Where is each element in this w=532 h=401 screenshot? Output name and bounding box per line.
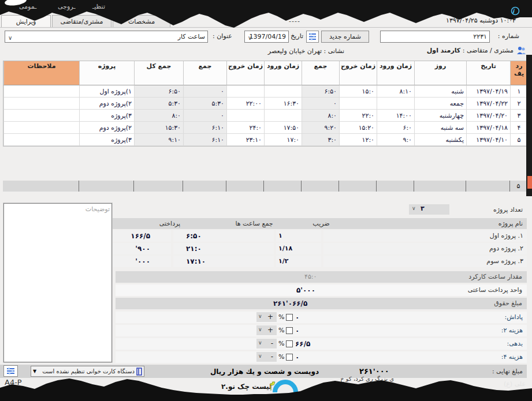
- cell-r3-c0[interactable]: ۳: [510, 110, 527, 122]
- cell-r4-c7[interactable]: ۲۴:۰: [226, 122, 264, 134]
- hourly-rate-value[interactable]: ۵'۰۰۰: [296, 284, 315, 296]
- cell-r1-c6[interactable]: [264, 85, 302, 98]
- summary-cell-11: [3, 181, 79, 192]
- tab-customer[interactable]: مشتری/متقاضی: [52, 15, 111, 27]
- chevron-down-icon[interactable]: ∨: [8, 32, 12, 43]
- cell-r5-c10[interactable]: ۳)پروژه: [79, 134, 134, 146]
- card-reader-dropdown[interactable]: ▼ دستگاه کارت خوانی تنظیم نشده است: [31, 366, 144, 377]
- adjust-value-2[interactable]: ۰: [295, 325, 299, 336]
- cell-r4-c11[interactable]: [3, 122, 79, 134]
- cell-r4-c9[interactable]: ۱۵:۳۰: [134, 122, 183, 134]
- print-settings-button[interactable]: [3, 365, 18, 377]
- cell-r1-c3[interactable]: ۸:۱۰: [377, 85, 414, 98]
- cell-r3-c7[interactable]: [226, 110, 264, 122]
- cell-r1-c11[interactable]: [3, 85, 79, 98]
- cell-r2-c1[interactable]: ۱۳۹۷/۰۴/۲۲: [466, 98, 510, 110]
- adjust-value-1[interactable]: ۰: [295, 312, 299, 323]
- cell-r1-c5[interactable]: ۶:۵۰: [302, 85, 339, 98]
- cell-r2-c9[interactable]: ۵:۳۰: [134, 98, 183, 110]
- worked-hours-value: ۴۵:۰: [304, 271, 317, 283]
- cell-r4-c3[interactable]: ۶:۰: [377, 122, 414, 134]
- percent-checkbox-2[interactable]: [286, 327, 293, 334]
- cell-r2-c6[interactable]: ۱۶:۳۰: [264, 98, 302, 110]
- cell-r3-c9[interactable]: ۸:۰: [134, 110, 183, 122]
- cell-r1-c8[interactable]: ۰: [183, 85, 226, 98]
- adjust-combo-4[interactable]: ∨-: [256, 352, 277, 362]
- adjust-combo-1[interactable]: ∨+: [256, 312, 277, 322]
- cell-r2-c10[interactable]: ۲)پروژه دوم: [79, 98, 134, 110]
- cell-r1-c9[interactable]: ۶:۵۰: [134, 85, 183, 98]
- cell-r3-c6[interactable]: [264, 110, 302, 122]
- cell-r5-c0[interactable]: ۵: [510, 134, 527, 146]
- cell-r2-c3[interactable]: [377, 98, 414, 110]
- cell-r4-c0[interactable]: ۴: [510, 122, 527, 134]
- cell-r5-c9[interactable]: ۹:۱۰: [134, 134, 183, 146]
- cell-r5-c11[interactable]: [3, 134, 79, 146]
- cell-r5-c2[interactable]: یکشنبه: [414, 134, 466, 146]
- col-header-10: پروژه: [79, 61, 134, 85]
- percent-checkbox-1[interactable]: [286, 314, 293, 321]
- percent-checkbox-4[interactable]: [286, 354, 293, 361]
- title-combobox[interactable]: ساعت کار ∨: [5, 31, 208, 43]
- cell-r3-c4[interactable]: ۲۲:۰: [339, 110, 377, 122]
- new-number-button[interactable]: شماره جدید: [321, 31, 369, 43]
- cell-r2-c11[interactable]: [3, 98, 79, 110]
- info-icon[interactable]: i: [511, 6, 520, 16]
- cell-r4-c8[interactable]: ۶:۱۰: [183, 122, 226, 134]
- cell-r5-c1[interactable]: ۱۳۹۷/۰۴/۱۰: [466, 134, 510, 146]
- cell-r1-c0[interactable]: ۱: [510, 85, 527, 98]
- adjust-value-3[interactable]: ۶۶/۵: [295, 338, 310, 350]
- adjust-row-bg-4: [116, 351, 527, 363]
- summary-cell-6: [263, 181, 301, 192]
- adjust-combo-3[interactable]: ∨-: [256, 339, 277, 348]
- project-name-2: ۲. پروژه دوم: [323, 243, 527, 254]
- percent-checkbox-3[interactable]: [286, 340, 293, 347]
- cell-r5-c7[interactable]: ۲۳:۱۰: [226, 134, 264, 146]
- cell-r4-c4[interactable]: ۱۵:۲۰: [339, 122, 377, 134]
- cell-r5-c8[interactable]: ۶:۱۰: [183, 134, 226, 146]
- col-header-11: ملاحظات: [3, 61, 79, 85]
- notes-textarea[interactable]: [3, 203, 112, 362]
- cell-r5-c6[interactable]: ۱۷:۰: [264, 134, 302, 146]
- cell-r1-c7[interactable]: [226, 85, 264, 98]
- cell-r4-c2[interactable]: سه شنبه: [414, 122, 466, 134]
- date-label: تاریخ :: [287, 32, 303, 40]
- chevron-down-icon[interactable]: ∨: [248, 32, 252, 43]
- menu-item-settings[interactable]: تنظیـ: [92, 3, 105, 10]
- menu-item-general[interactable]: ـمومی: [19, 3, 36, 10]
- cell-r3-c2[interactable]: چهارشنبه: [414, 110, 466, 122]
- date-combobox[interactable]: 1397/04/19 ∨: [244, 31, 289, 43]
- cell-r4-c5[interactable]: ۹:۲۰: [302, 122, 339, 134]
- cell-r3-c5[interactable]: ۸:۰: [302, 110, 339, 122]
- number-input[interactable]: ۲۲۳۱: [380, 31, 490, 43]
- cell-r3-c10[interactable]: ۳)پروژه: [79, 110, 134, 122]
- menu-item-output[interactable]: ـروجی: [58, 3, 76, 10]
- tab-customer-label: مشتری/متقاضی: [60, 18, 103, 25]
- cell-r3-c8[interactable]: ۰: [183, 110, 226, 122]
- cell-r2-c8[interactable]: ۵:۳۰: [183, 98, 226, 110]
- cell-r2-c0[interactable]: ۲: [510, 98, 527, 110]
- project-count-combobox[interactable]: ∨ ۳: [409, 204, 449, 215]
- cell-r4-c10[interactable]: ۲)پروژه دوم: [79, 122, 134, 134]
- adjust-combo-2[interactable]: ∨+: [256, 325, 277, 335]
- adjust-value-4[interactable]: ۰: [295, 351, 299, 363]
- cell-r3-c11[interactable]: [3, 110, 79, 122]
- cell-r5-c5[interactable]: ۳:۰: [302, 134, 339, 146]
- cell-r5-c3[interactable]: ۹:۰: [377, 134, 414, 146]
- cell-r3-c3[interactable]: ۱۴:۰۰: [377, 110, 414, 122]
- cell-r2-c4[interactable]: [339, 98, 377, 110]
- cell-r2-c5[interactable]: ۰: [302, 98, 339, 110]
- cell-r2-c2[interactable]: جمعه: [414, 98, 466, 110]
- cell-r4-c6[interactable]: ۱۷:۵۰: [264, 122, 302, 134]
- salary-label: مبلغ حقوق: [494, 298, 522, 309]
- cell-r1-c4[interactable]: ۱۵:۰: [339, 85, 377, 98]
- cell-r1-c2[interactable]: شنبه: [414, 85, 466, 98]
- cell-r3-c1[interactable]: ۱۳۹۷/۰۴/۲۰: [466, 110, 510, 122]
- number-options-button[interactable]: [306, 31, 319, 43]
- cell-r1-c1[interactable]: ۱۳۹۷/۰۴/۱۹: [466, 85, 510, 98]
- cell-r4-c1[interactable]: ۱۳۹۷/۰۴/۱۸: [466, 122, 510, 134]
- cell-r2-c7[interactable]: ۲۲:۰۰: [226, 98, 264, 110]
- summary-cell-2: [414, 181, 466, 192]
- cell-r1-c10[interactable]: ۱)پروژه اول: [79, 85, 134, 98]
- cell-r5-c4[interactable]: ۱۲:۰: [339, 134, 377, 146]
